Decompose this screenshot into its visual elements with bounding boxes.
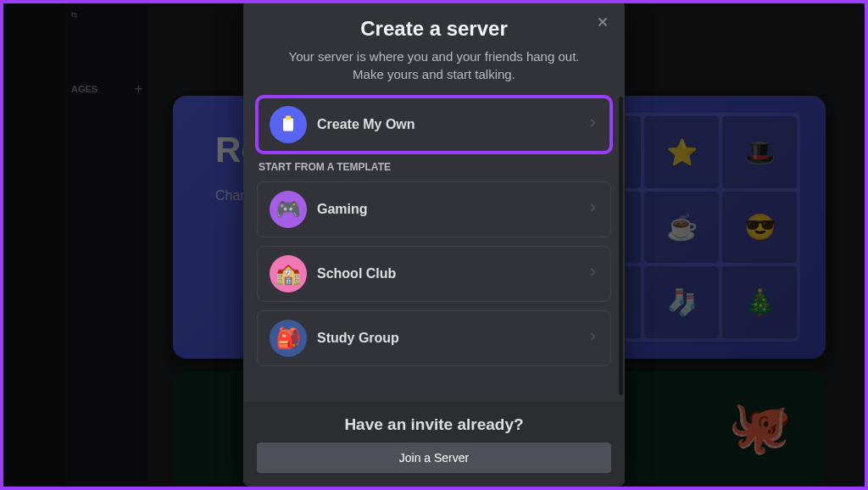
invite-prompt: Have an invite already? bbox=[257, 415, 611, 434]
chevron-right-icon bbox=[587, 331, 598, 346]
modal-header: Create a server Your server is where you… bbox=[243, 0, 625, 83]
scrollbar[interactable] bbox=[619, 97, 623, 395]
create-server-modal: Create a server Your server is where you… bbox=[243, 0, 625, 487]
template-heading: START FROM A TEMPLATE bbox=[259, 161, 611, 173]
svg-rect-2 bbox=[286, 116, 291, 120]
template-label: School Club bbox=[317, 266, 587, 281]
template-option-school-club[interactable]: 🏫 School Club bbox=[257, 246, 611, 302]
svg-rect-1 bbox=[283, 119, 293, 131]
gaming-icon: 🎮 bbox=[270, 191, 307, 228]
modal-backdrop[interactable]: Create a server Your server is where you… bbox=[0, 0, 868, 490]
modal-title: Create a server bbox=[264, 17, 604, 41]
school-club-icon: 🏫 bbox=[270, 255, 307, 292]
study-group-icon: 🎒 bbox=[270, 320, 307, 357]
template-option-study-group[interactable]: 🎒 Study Group bbox=[257, 310, 611, 366]
chevron-right-icon bbox=[587, 266, 598, 281]
modal-subtitle: Your server is where you and your friend… bbox=[264, 47, 604, 83]
join-server-label: Join a Server bbox=[399, 451, 469, 465]
create-my-own-option[interactable]: Create My Own bbox=[257, 97, 611, 153]
template-label: Study Group bbox=[317, 331, 587, 346]
chevron-right-icon bbox=[587, 202, 598, 217]
template-option-gaming[interactable]: 🎮 Gaming bbox=[257, 181, 611, 237]
close-icon bbox=[595, 14, 610, 30]
join-server-button[interactable]: Join a Server bbox=[257, 443, 611, 473]
create-my-own-icon bbox=[270, 106, 307, 143]
modal-body: Create My Own START FROM A TEMPLATE 🎮 Ga… bbox=[243, 83, 625, 402]
template-label: Gaming bbox=[317, 202, 587, 217]
create-my-own-label: Create My Own bbox=[317, 117, 587, 132]
modal-footer: Have an invite already? Join a Server bbox=[243, 402, 625, 487]
close-button[interactable] bbox=[593, 12, 613, 32]
chevron-right-icon bbox=[587, 117, 598, 132]
